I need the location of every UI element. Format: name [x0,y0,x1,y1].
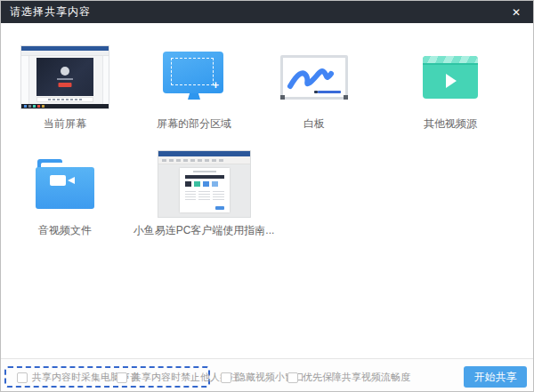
start-share-button[interactable]: 开始共享 [464,366,527,388]
tile-label: 白板 [303,116,325,132]
checkbox-label: 优先保障共享视频流畅度 [303,371,410,384]
video-folder-icon [36,159,94,209]
video-clapper-icon [423,56,478,99]
checkbox-box[interactable] [117,372,127,383]
tile-other-video-source[interactable]: 其他视频源 [391,41,510,132]
share-content-dialog: 请选择共享内容 ✕ 当前屏幕 + [0,0,534,392]
close-icon[interactable]: ✕ [505,1,528,23]
tile-label: 小鱼易连PC客户端使用指南... [134,223,275,238]
checkbox-box[interactable] [287,372,298,383]
dialog-titlebar: 请选择共享内容 ✕ [1,1,533,23]
tile-label: 其他视频源 [424,116,477,132]
tile-whiteboard[interactable]: 白板 [262,41,367,132]
checkbox-prioritize-fluency[interactable]: 优先保障共享视频流畅度 [287,371,410,384]
tile-label: 音视频文件 [38,223,92,238]
partial-screen-icon: + [163,52,225,103]
footer-bar: 共享内容时采集电脑声音 共享内容时禁止他人批注 隐藏视频小窗口 优先保障共享视频… [1,358,533,392]
tile-audio-video-file[interactable]: 音视频文件 [14,148,116,238]
tile-document-window[interactable]: 小鱼易连PC客户端使用指南... [139,148,269,238]
current-screen-thumbnail-icon [20,45,109,109]
whiteboard-icon [280,55,348,100]
tile-label: 屏幕的部分区域 [157,116,231,132]
dialog-title: 请选择共享内容 [1,4,91,20]
tile-label: 当前屏幕 [44,116,86,132]
tile-current-screen[interactable]: 当前屏幕 [14,41,116,132]
checkbox-box[interactable] [221,372,231,383]
checkbox-box[interactable] [17,372,28,383]
tile-partial-screen-area[interactable]: + 屏幕的部分区域 [142,41,247,132]
word-document-thumbnail-icon [158,150,251,218]
